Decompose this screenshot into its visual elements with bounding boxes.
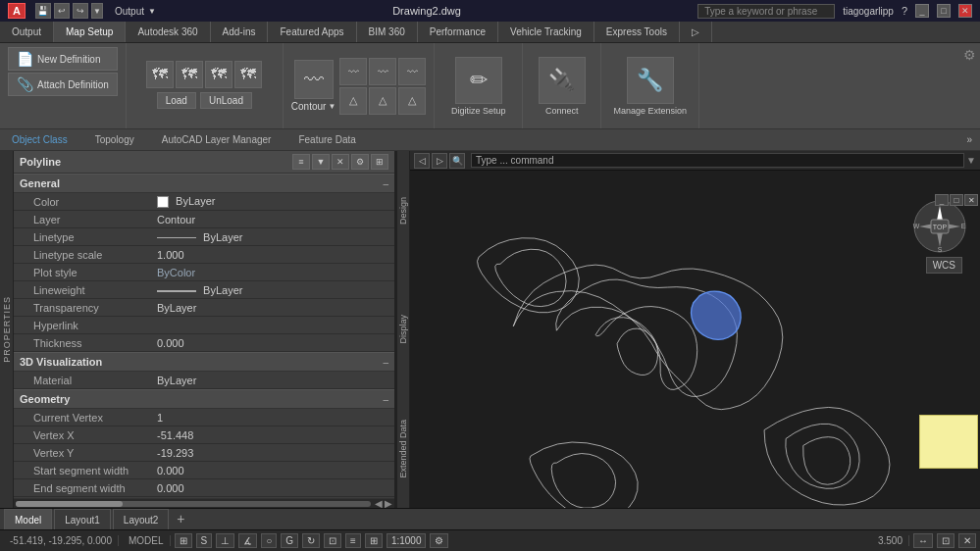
snap-btn[interactable]: S: [196, 533, 213, 548]
tab-layout2[interactable]: Layout2: [113, 509, 170, 530]
map-zoom-icon[interactable]: 🔍: [449, 153, 465, 169]
minimize-btn[interactable]: _: [915, 4, 929, 18]
contour-dropdown-icon[interactable]: ▼: [328, 102, 335, 111]
map-restore[interactable]: □: [950, 194, 963, 206]
prop-lineweight: Lineweight ByLayer: [14, 281, 394, 299]
osnap-btn[interactable]: ○: [261, 533, 277, 548]
svg-text:TOP: TOP: [933, 224, 948, 230]
add-layout-btn[interactable]: +: [171, 509, 190, 528]
maximize-btn[interactable]: □: [937, 4, 951, 18]
definition-section: 📄 New Definition 📎 Attach Definition: [0, 43, 127, 128]
props-scrollbar[interactable]: ◀ ▶: [14, 498, 394, 508]
grid-btn[interactable]: ⊞: [175, 533, 192, 548]
toggle-btn[interactable]: ≡: [292, 154, 310, 170]
load-section: 🗺 🗺 🗺 🗺 Load UnLoad: [127, 43, 284, 128]
contour-icon: 〰: [294, 60, 334, 99]
contour-sub-icon-2: 〰: [369, 58, 396, 85]
tab-autodesk360[interactable]: Autodesk 360: [126, 22, 210, 42]
tab-model[interactable]: Model: [4, 509, 52, 530]
manage-ext-section: 🔧 Manage Extension: [601, 43, 699, 128]
load-btn[interactable]: Load: [157, 92, 196, 109]
objclass-topology[interactable]: Topology: [91, 134, 138, 145]
tab-vehicle-tracking[interactable]: Vehicle Tracking: [498, 22, 594, 42]
map-mini-toolbar: ◁ ▷ 🔍 Type ... command ▼: [410, 151, 980, 171]
objclass-object-class[interactable]: Object Class: [8, 134, 72, 145]
contour-label: Contour: [291, 101, 327, 112]
toolbar-dropdown[interactable]: ▼: [148, 7, 156, 16]
objclass-expand[interactable]: »: [966, 134, 972, 145]
objclass-layer-manager[interactable]: AutoCAD Layer Manager: [158, 134, 276, 145]
props-expand-btn[interactable]: ⊞: [371, 154, 388, 170]
nav-icon-1[interactable]: G: [281, 533, 298, 548]
props-menu-btn[interactable]: ▼: [312, 154, 330, 170]
coordinates-display: -51.419, -19.295, 0.000: [4, 535, 119, 546]
attach-definition-btn[interactable]: 📎 Attach Definition: [8, 73, 118, 96]
color-swatch: [157, 196, 169, 208]
prop-vertex-y: Vertex Y -19.293: [14, 444, 394, 462]
save-btn[interactable]: 💾: [35, 3, 51, 19]
sticky-note: [919, 415, 978, 469]
h-scrollbar-thumb[interactable]: [16, 501, 123, 507]
redo-btn[interactable]: ↪: [73, 3, 88, 19]
prop-layer: Layer Contour: [14, 211, 394, 228]
tab-express-tools[interactable]: Express Tools: [594, 22, 680, 42]
tab-layout1[interactable]: Layout1: [54, 509, 111, 530]
close-btn[interactable]: ✕: [958, 4, 972, 18]
nav-icon-4[interactable]: ≡: [345, 533, 361, 548]
map-minimize[interactable]: _: [935, 194, 949, 206]
map-close[interactable]: ✕: [964, 194, 978, 206]
undo-btn[interactable]: ↩: [54, 3, 70, 19]
general-section-header[interactable]: General –: [14, 174, 394, 193]
props-close-btn[interactable]: ✕: [332, 154, 349, 170]
h-scrollbar-track[interactable]: [16, 501, 371, 507]
scale-display[interactable]: 1:1000: [387, 533, 427, 548]
tab-bim360[interactable]: BIM 360: [357, 22, 418, 42]
drawing-tabs-row: Model Layout1 Layout2 +: [0, 508, 980, 529]
contour-sub-icon-5: △: [369, 87, 396, 115]
map-nav-next[interactable]: ▷: [432, 153, 447, 169]
props-toolbar: ≡ ▼ ✕ ⚙ ⊞: [292, 154, 388, 170]
contour-sub-icon-4: △: [339, 87, 367, 115]
scroll-right-icon[interactable]: ▶: [385, 498, 392, 508]
unload-btn[interactable]: UnLoad: [200, 92, 252, 109]
prop-material: Material ByLayer: [14, 372, 394, 389]
digitize-icon: ✏: [455, 57, 502, 104]
prop-hyperlink: Hyperlink: [14, 317, 394, 334]
status-icon-1[interactable]: ↔: [913, 533, 933, 548]
search-box[interactable]: Type a keyword or phrase: [697, 4, 835, 19]
ortho-btn[interactable]: ⊥: [216, 533, 234, 548]
status-icon-2[interactable]: ⊡: [937, 533, 954, 548]
geometry-collapse: –: [383, 394, 388, 405]
tab-addins[interactable]: Add-ins: [211, 22, 269, 42]
nav-icon-2[interactable]: ↻: [302, 533, 320, 548]
map-nav-prev[interactable]: ◁: [414, 153, 430, 169]
tab-output[interactable]: Output: [0, 22, 54, 42]
tab-more[interactable]: ▷: [680, 22, 712, 42]
map-type-command[interactable]: Type ... command: [471, 153, 964, 168]
expand-icon[interactable]: ⚙: [963, 47, 976, 63]
ribbon-content: 📄 New Definition 📎 Attach Definition 🗺 🗺…: [0, 43, 980, 129]
objclass-feature-data[interactable]: Feature Data: [294, 134, 359, 145]
svg-text:S: S: [938, 246, 943, 253]
status-icon-3[interactable]: ✕: [958, 533, 976, 548]
value-display: 3.500: [872, 535, 909, 546]
tab-featured-apps[interactable]: Featured Apps: [268, 22, 356, 42]
nav-icon-3[interactable]: ⊡: [324, 533, 341, 548]
prop-thickness: Thickness 0.000: [14, 334, 394, 352]
settings-gear[interactable]: ⚙: [430, 533, 448, 548]
tab-performance[interactable]: Performance: [418, 22, 498, 42]
3d-vis-section-header[interactable]: 3D Visualization –: [14, 352, 394, 372]
ribbon-tabs: Output Map Setup Autodesk 360 Add-ins Fe…: [0, 22, 980, 43]
document-title: Drawing2.dwg: [392, 5, 461, 17]
scroll-left-icon[interactable]: ◀: [375, 498, 383, 508]
nav-icon-5[interactable]: ⊞: [365, 533, 383, 548]
new-definition-btn[interactable]: 📄 New Definition: [8, 47, 118, 71]
dropdown-btn[interactable]: ▼: [91, 3, 103, 19]
title-bar-right: Type a keyword or phrase tiagogarlipp ? …: [697, 4, 972, 19]
geometry-section-header[interactable]: Geometry –: [14, 389, 394, 409]
model-btn[interactable]: MODEL: [123, 535, 171, 546]
help-btn[interactable]: ?: [902, 5, 907, 17]
polar-btn[interactable]: ∡: [238, 533, 257, 548]
tab-map-setup[interactable]: Map Setup: [54, 22, 126, 42]
props-settings-btn[interactable]: ⚙: [351, 154, 369, 170]
